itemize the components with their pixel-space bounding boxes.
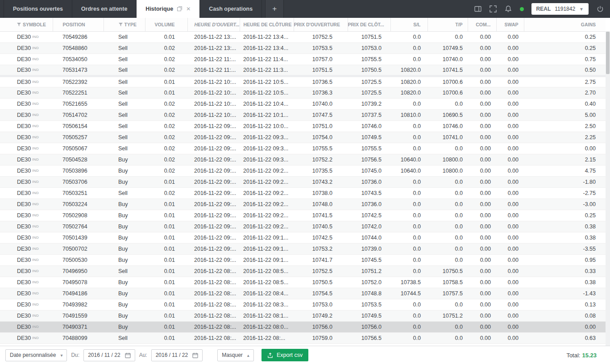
table-row[interactable]: DE30IND 70496950 Sell 0.01 2016-11-22 08… [0,265,606,277]
popout-window-icon[interactable] [177,6,182,12]
tp-cell: 10690.5 [427,109,468,120]
table-row[interactable]: DE30IND 70495078 Buy 0.01 2016-11-22 08:… [0,277,606,288]
export-csv-button[interactable]: Export csv [261,349,308,361]
calendar-icon[interactable] [192,352,198,358]
gains-cell: 0.08 [524,310,606,321]
vertical-scrollbar[interactable] [606,31,610,346]
volume-cell: 0.01 [145,87,187,98]
type-cell: Sell [104,65,145,76]
table-row[interactable]: DE30IND 70500702 Buy 0.01 2016-11-22 09:… [0,243,606,254]
table-row[interactable]: DE30IND 70505067 Sell 0.02 2016-11-22 09… [0,143,606,154]
table-row[interactable]: DE30IND 70549286 Sell 0.01 2016-11-22 13… [0,31,606,42]
close-price-cell: 10736.0 [348,199,390,210]
swap-cell: 0.00 [496,299,524,310]
type-cell: Buy [104,243,145,254]
column-header-sl[interactable]: S/L [390,18,427,31]
layout-icon[interactable] [474,5,482,13]
table-row[interactable]: DE30IND 70548860 Sell 0.02 2016-11-22 13… [0,42,606,54]
tp-cell: 0.0 [427,321,468,332]
column-header-tp[interactable]: T/P [427,18,468,31]
tab-cash-operations[interactable]: Cash operations [200,0,262,18]
column-header-volume[interactable]: VOLUME [145,18,187,31]
to-date-input[interactable]: 2016 / 11 / 22 [151,349,203,361]
position-cell: 70522392 [53,76,104,87]
column-header-gains[interactable]: GAINS [524,18,606,31]
table-row[interactable]: DE30IND 70488099 Sell 0.01 2016-11-22 08… [0,332,606,343]
table-row[interactable]: DE30IND 70521655 Sell 0.02 2016-11-22 10… [0,98,606,109]
close-time-cell: 2016-11-22 09:3... [240,154,294,165]
type-cell: Sell [104,143,145,154]
total-label: Total: [566,352,580,359]
fullscreen-icon[interactable] [490,5,497,13]
column-header-open-price[interactable]: PRIX D'OUVERTURE [294,18,348,31]
table-row[interactable]: DE30IND 70522392 Sell 0.01 2016-11-22 10… [0,76,606,87]
close-tab-icon[interactable]: ✕ [186,6,191,12]
table-row[interactable]: DE30IND 70500530 Buy 0.01 2016-11-22 09:… [0,254,606,265]
commission-cell: 0.00 [468,310,496,321]
tab-historique[interactable]: Historique ✕ [137,0,200,18]
table-row[interactable]: DE30IND 70490371 Buy 0.01 2016-11-22 08:… [0,321,606,332]
tp-cell: 10749.5 [427,42,468,54]
open-time-cell: 2016-11-22 08:... [187,310,240,321]
open-price-cell: 10750.5 [294,277,348,288]
sl-cell: 10744.5 [390,288,427,299]
tab-positions-ouvertes[interactable]: Positions ouvertes [4,0,72,18]
position-cell: 70496950 [53,265,104,277]
column-header-close-price[interactable]: PRIX DE CLÔT... [348,18,390,31]
table-row[interactable]: DE30IND 70502908 Buy 0.01 2016-11-22 09:… [0,210,606,221]
mask-dropdown[interactable]: Masquer ▴ [217,349,254,361]
notifications-bell-icon[interactable] [505,5,512,13]
table-row[interactable]: DE30IND 70504528 Buy 0.02 2016-11-22 09:… [0,154,606,165]
sl-cell: 0.0 [390,54,427,65]
swap-cell: 0.00 [496,265,524,277]
table-row[interactable]: DE30IND 70501439 Buy 0.01 2016-11-22 09:… [0,232,606,243]
table-row[interactable]: DE30IND 70522251 Sell 0.01 2016-11-22 10… [0,87,606,98]
swap-cell: 0.00 [496,277,524,288]
volume-cell: 0.01 [145,277,187,288]
table-row[interactable]: DE30IND 70503896 Buy 0.02 2016-11-22 09:… [0,165,606,176]
add-tab-button[interactable]: + [265,0,284,18]
column-header-open-time[interactable]: HEURE D'OUVERT... [187,18,240,31]
history-table-body: DE30IND 70549286 Sell 0.01 2016-11-22 13… [0,31,606,343]
column-header-commission[interactable]: COM... [468,18,496,31]
table-row[interactable]: DE30IND 70494186 Buy 0.01 2016-11-22 08:… [0,288,606,299]
open-price-cell: 10757.0 [294,54,348,65]
open-time-cell: 2016-11-22 13:... [187,31,240,42]
close-time-cell: 2016-11-22 11:4... [240,54,294,65]
column-header-close-time[interactable]: HEURE DE CLÔTURE [240,18,294,31]
gains-cell: -3.55 [524,243,606,254]
table-row[interactable]: DE30IND 70503251 Sell 0.02 2016-11-22 09… [0,187,606,199]
commission-cell: 0.00 [468,132,496,143]
table-row[interactable]: DE30IND 70502764 Buy 0.01 2016-11-22 09:… [0,221,606,232]
gains-cell: 0.00 [524,321,606,332]
from-date-input[interactable]: 2016 / 11 / 22 [83,349,135,361]
column-header-type[interactable]: TYPE [104,18,145,31]
close-price-cell: 10752.0 [348,277,390,288]
open-price-cell: 10743.2 [294,176,348,187]
column-header-swap[interactable]: SWAP [496,18,524,31]
table-row[interactable]: DE30IND 70493982 Buy 0.01 2016-11-22 08:… [0,299,606,310]
scrollbar-thumb[interactable] [606,32,610,74]
open-time-cell: 2016-11-22 11:... [187,65,240,76]
table-row[interactable]: DE30IND 70491559 Buy 0.01 2016-11-22 08:… [0,310,606,321]
table-row[interactable]: DE30IND 70531473 Sell 0.02 2016-11-22 11… [0,65,606,76]
table-row[interactable]: DE30IND 70503706 Buy 0.01 2016-11-22 09:… [0,176,606,187]
date-range-dropdown[interactable]: Date personnalisée ▾ [5,349,67,361]
open-price-cell: 10748.0 [294,199,348,210]
close-time-cell: 2016-11-22 10:0... [240,120,294,132]
power-logout-icon[interactable] [596,5,604,13]
table-row[interactable]: DE30IND 70505257 Sell 0.02 2016-11-22 09… [0,132,606,143]
symbol-cell: DE30IND [0,120,53,132]
table-row[interactable]: DE30IND 70503224 Buy 0.01 2016-11-22 09:… [0,199,606,210]
position-cell: 70503706 [53,176,104,187]
close-time-cell: 2016-11-22 13:4... [240,42,294,54]
tab-ordres-en-attente[interactable]: Ordres en attente [72,0,137,18]
account-selector[interactable]: REAL 1191842 ▼ [531,3,589,15]
export-csv-label: Export csv [277,352,303,358]
table-row[interactable]: DE30IND 70506154 Sell 0.02 2016-11-22 09… [0,120,606,132]
table-row[interactable]: DE30IND 70514702 Sell 0.02 2016-11-22 10… [0,109,606,120]
column-header-position[interactable]: POSITION [53,18,104,31]
calendar-icon[interactable] [125,352,131,358]
table-row[interactable]: DE30IND 70534050 Sell 0.02 2016-11-22 11… [0,54,606,65]
column-header-symbole[interactable]: SYMBOLE [0,18,53,31]
